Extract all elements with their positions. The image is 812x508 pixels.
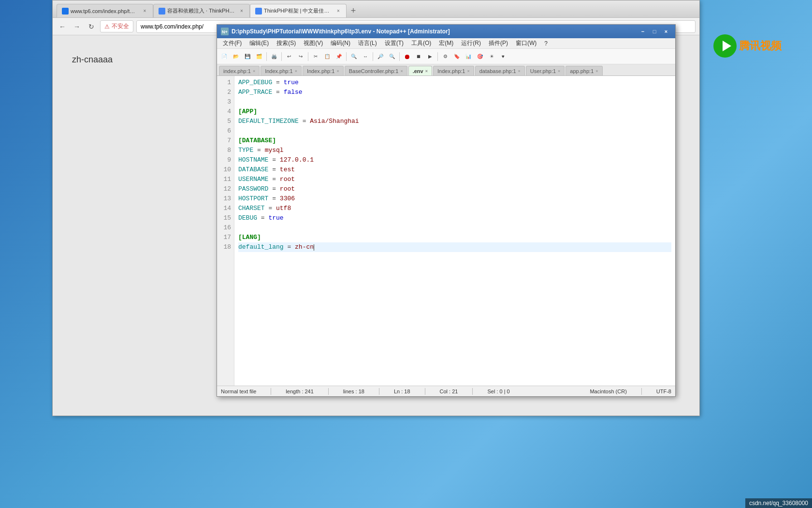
toolbar-sep-1	[266, 52, 267, 61]
close-button[interactable]: ×	[661, 27, 671, 36]
bookmark-button[interactable]: 🔖	[451, 51, 462, 62]
editor-tab-6-close[interactable]: ×	[518, 69, 521, 74]
status-ln: Ln : 18	[394, 388, 410, 394]
security-icon: ⚠	[104, 23, 110, 30]
editor-tab-4-close[interactable]: ×	[425, 69, 428, 74]
play-record-button[interactable]: ▶	[425, 51, 435, 62]
browser-tab-1-close[interactable]: ×	[142, 8, 148, 15]
minimize-button[interactable]: −	[638, 27, 648, 36]
menu-settings[interactable]: 设置(T)	[381, 38, 407, 48]
code-val-2: false	[284, 88, 303, 97]
editor-tab-0[interactable]: index.php:1 ×	[219, 66, 260, 75]
menu-help[interactable]: ?	[540, 39, 551, 48]
extra-btn-4[interactable]: ♥	[498, 51, 508, 62]
menu-macro[interactable]: 宏(M)	[435, 38, 457, 48]
editor-tab-8-label: app.php:1	[570, 68, 594, 74]
copy-button[interactable]: 📋	[322, 51, 333, 62]
browser-tab-2-close[interactable]: ×	[239, 8, 245, 15]
security-indicator[interactable]: ⚠ 不安全	[100, 20, 133, 32]
browser-tab-3-close[interactable]: ×	[335, 8, 341, 15]
editor-tab-3[interactable]: BaseController.php:1 ×	[345, 66, 407, 75]
code-eq-12: =	[268, 184, 279, 194]
line-num-14: 14	[220, 204, 231, 213]
zoom-in-button[interactable]: 🔎	[375, 51, 386, 62]
menu-plugins[interactable]: 插件(P)	[485, 38, 512, 48]
menu-file[interactable]: 文件(F)	[219, 38, 246, 48]
code-val-15: true	[268, 213, 283, 223]
status-encoding: UTF-8	[656, 388, 671, 394]
code-key-1: APP_DEBUG	[238, 78, 272, 88]
code-line-2: APP_TRACE = false	[238, 88, 671, 97]
menu-language[interactable]: 语言(L)	[354, 38, 381, 48]
extra-btn-1[interactable]: 📊	[463, 51, 474, 62]
save-all-button[interactable]: 🗂️	[254, 51, 264, 62]
line-num-16: 16	[220, 223, 231, 233]
editor-tab-6[interactable]: database.php:1 ×	[475, 66, 525, 75]
editor-tab-2[interactable]: Index.php:1 ×	[303, 66, 344, 75]
code-content[interactable]: APP_DEBUG = true APP_TRACE = false [APP]…	[234, 76, 675, 386]
tab-favicon-2	[159, 8, 165, 15]
toolbar-sep-2	[281, 52, 282, 61]
code-eq-5: =	[299, 117, 310, 126]
code-val-14: utf8	[276, 204, 291, 213]
editor-tab-4[interactable]: .env ×	[408, 66, 432, 75]
settings-button[interactable]: ⚙	[440, 51, 450, 62]
stop-record-button[interactable]: ⏹	[413, 51, 424, 62]
editor-tab-3-close[interactable]: ×	[400, 69, 403, 74]
code-key-18: default_lang	[238, 242, 284, 252]
refresh-button[interactable]: ↻	[86, 21, 97, 32]
status-length: length : 241	[286, 388, 314, 394]
add-tab-button[interactable]: +	[347, 4, 360, 17]
print-button[interactable]: 🖨️	[269, 51, 279, 62]
editor-tab-5[interactable]: Index.php:1 ×	[433, 66, 474, 75]
toolbar-sep-4	[346, 52, 347, 61]
browser-tab-1[interactable]: www.tp6.com/index.php/tpsh... ×	[57, 4, 153, 17]
code-key-2: APP_TRACE	[238, 88, 272, 97]
open-file-button[interactable]: 📂	[231, 51, 241, 62]
menu-edit[interactable]: 编辑(E)	[246, 38, 273, 48]
browser-tab-2[interactable]: 容器和依赖注入 · ThinkPHP6.0... ×	[153, 4, 250, 17]
record-button[interactable]: ⏺	[402, 51, 412, 62]
zoom-out-button[interactable]: 🔍	[387, 51, 397, 62]
editor-tab-7[interactable]: User.php:1 ×	[526, 66, 565, 75]
menu-window[interactable]: 窗口(W)	[512, 38, 540, 48]
menu-encoding[interactable]: 编码(N)	[327, 38, 354, 48]
browser-tab-3[interactable]: ThinkPHP框架 | 中文最佳实践P... ×	[250, 4, 347, 17]
editor-tab-2-close[interactable]: ×	[336, 69, 339, 74]
replace-button[interactable]: ↔	[360, 51, 371, 62]
back-button[interactable]: ←	[57, 21, 68, 32]
menu-tools[interactable]: 工具(O)	[407, 38, 435, 48]
toolbar-sep-5	[373, 52, 373, 61]
menu-run[interactable]: 运行(R)	[457, 38, 485, 48]
line-num-3: 3	[220, 97, 231, 107]
menu-view[interactable]: 视图(V)	[300, 38, 327, 48]
notepad-app-icon: N+	[221, 28, 229, 35]
forward-button[interactable]: →	[71, 21, 83, 32]
editor-area[interactable]: 1 2 3 4 5 6 7 8 9 10 11 12 13 14 15 16 1…	[217, 76, 675, 386]
status-col: Col : 21	[440, 388, 458, 394]
redo-button[interactable]: ↪	[295, 51, 306, 62]
code-line-18: default_lang = zh-cn	[238, 242, 671, 252]
maximize-button[interactable]: □	[649, 27, 660, 36]
extra-btn-3[interactable]: ☀	[486, 51, 497, 62]
code-line-8: TYPE = mysql	[238, 146, 671, 155]
editor-tab-8[interactable]: app.php:1 ×	[566, 66, 602, 75]
cut-button[interactable]: ✂	[310, 51, 321, 62]
svg-text:N+: N+	[222, 30, 228, 34]
browser-titlebar: www.tp6.com/index.php/tpsh... × 容器和依赖注入 …	[53, 0, 699, 18]
save-file-button[interactable]: 💾	[242, 51, 253, 62]
paste-button[interactable]: 📌	[334, 51, 344, 62]
new-file-button[interactable]: 📄	[219, 51, 230, 62]
menu-search[interactable]: 搜索(S)	[273, 38, 300, 48]
extra-btn-2[interactable]: 🎯	[475, 51, 485, 62]
find-button[interactable]: 🔍	[348, 51, 359, 62]
undo-button[interactable]: ↩	[284, 51, 294, 62]
editor-tab-0-close[interactable]: ×	[253, 69, 255, 74]
editor-tab-8-close[interactable]: ×	[595, 69, 598, 74]
line-num-17: 17	[220, 233, 231, 242]
editor-tab-1[interactable]: Index.php:1 ×	[261, 66, 302, 75]
code-key-8: TYPE	[238, 146, 253, 155]
editor-tab-7-close[interactable]: ×	[558, 69, 560, 74]
editor-tab-1-close[interactable]: ×	[295, 69, 297, 74]
editor-tab-5-close[interactable]: ×	[467, 69, 469, 74]
